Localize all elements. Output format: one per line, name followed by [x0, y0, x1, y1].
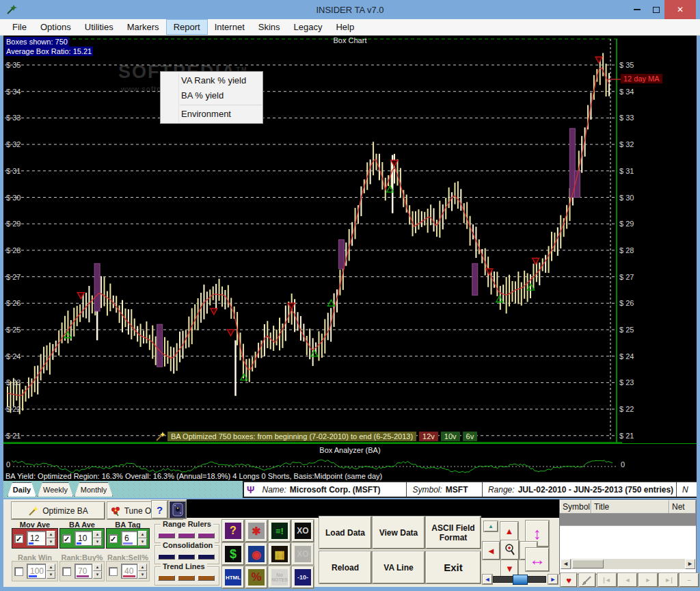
- record-nav-1-icon: ◄: [618, 573, 637, 587]
- box-chart-plot: [3, 36, 697, 443]
- rank-buy-up-icon[interactable]: ▲: [93, 564, 102, 571]
- rank-win-up-icon[interactable]: ▲: [46, 564, 55, 571]
- scroll-thumb[interactable]: [572, 560, 604, 568]
- trend-lines-swatch[interactable]: [178, 575, 195, 581]
- menu-item-va-rank-yield[interactable]: VA Rank % yield: [161, 73, 262, 88]
- optimize-ba-button[interactable]: Optimize BA: [12, 502, 105, 519]
- consolidation-swatch[interactable]: [198, 554, 215, 560]
- mov-ave-up-icon[interactable]: ▲: [46, 531, 55, 538]
- data-columns-icon[interactable]: -10-: [292, 566, 314, 588]
- range-rulers-swatch[interactable]: [158, 533, 175, 538]
- zoom-horizontal-button[interactable]: ↔: [526, 548, 549, 571]
- slider-right-button[interactable]: ►: [548, 575, 558, 584]
- ba-ave-up-icon[interactable]: ▲: [93, 531, 102, 538]
- menu-item-environment[interactable]: Environment: [161, 107, 262, 122]
- ba-tag-group: ✓6▲▼: [106, 528, 150, 549]
- ba-ave-down-icon[interactable]: ▼: [93, 538, 102, 546]
- tools-icon[interactable]: ✱: [245, 520, 267, 542]
- view-data-button[interactable]: View Data: [373, 516, 425, 549]
- help-book-icon[interactable]: ?: [222, 520, 244, 542]
- trend-lines-swatch[interactable]: [158, 575, 175, 581]
- rank-sell-field[interactable]: 40: [121, 564, 137, 579]
- xo-board-icon[interactable]: XO: [292, 520, 314, 542]
- zoom-slider-handle[interactable]: [513, 575, 528, 585]
- chart-calc-icon[interactable]: ▦: [269, 543, 291, 565]
- rank-win-down-icon[interactable]: ▼: [46, 571, 55, 579]
- pan-left-button[interactable]: ◄: [483, 542, 500, 560]
- va-line-button[interactable]: VA Line: [373, 551, 425, 583]
- rank-win-field[interactable]: 100: [27, 564, 46, 579]
- ba-tag-checkbox[interactable]: ✓: [109, 534, 118, 543]
- menu-report[interactable]: Report: [166, 19, 208, 35]
- menu-options[interactable]: Options: [33, 19, 78, 35]
- rank-buy-down-icon[interactable]: ▼: [93, 571, 102, 579]
- night-view-button[interactable]: [169, 501, 186, 518]
- ma-chip-12v: 12v: [419, 432, 438, 441]
- ba-ave-field[interactable]: 10: [75, 531, 92, 546]
- ascii-field-format-button[interactable]: ASCII Field Format: [426, 516, 481, 549]
- load-data-button[interactable]: Load Data: [319, 516, 371, 549]
- menu-internet[interactable]: Internet: [208, 19, 252, 35]
- sweep-broom-button[interactable]: [579, 573, 595, 587]
- ba-tag-down-icon[interactable]: ▼: [138, 538, 147, 546]
- tab-weekly[interactable]: Weekly: [38, 482, 73, 497]
- mov-ave-down-icon[interactable]: ▼: [46, 538, 55, 546]
- rank-sell-checkbox[interactable]: [109, 567, 118, 576]
- rank-buy-field[interactable]: 70: [75, 564, 92, 579]
- zoom-magnifier-button[interactable]: [501, 540, 519, 560]
- notes-report-icon[interactable]: ≡!: [269, 520, 291, 542]
- tab-monthly[interactable]: Monthly: [75, 482, 113, 497]
- table-hscrollbar[interactable]: ◄ ►: [561, 559, 695, 569]
- menu-utilities[interactable]: Utilities: [78, 19, 120, 35]
- maximize-button[interactable]: [647, 0, 666, 19]
- mov-ave-group: ✓12▲▼: [12, 528, 58, 549]
- ba-tag-field[interactable]: 6: [121, 531, 137, 546]
- trend-lines-swatch[interactable]: [198, 575, 215, 581]
- slider-left-button[interactable]: ◄: [483, 575, 492, 584]
- price-tick: $ 26: [619, 298, 647, 308]
- price-tick: $ 35: [6, 60, 33, 70]
- range-rulers-swatch[interactable]: [178, 533, 195, 538]
- minimize-button[interactable]: [628, 0, 647, 19]
- menu-legacy[interactable]: Legacy: [287, 19, 329, 35]
- ba-ave-checkbox[interactable]: ✓: [62, 534, 71, 543]
- pan-up-button[interactable]: ▲: [500, 522, 518, 540]
- favorite-heart-button[interactable]: ♥: [561, 573, 577, 587]
- rank-sell-down-icon[interactable]: ▼: [138, 571, 147, 579]
- menu-skins[interactable]: Skins: [252, 19, 287, 35]
- percent-icon[interactable]: %: [245, 566, 267, 588]
- reload-button[interactable]: Reload: [319, 551, 371, 583]
- menu-help[interactable]: Help: [329, 19, 361, 35]
- range-rulers-swatch[interactable]: [198, 533, 215, 538]
- rank-sell-up-icon[interactable]: ▲: [138, 564, 147, 571]
- close-button[interactable]: ✕: [664, 0, 696, 19]
- exit-button[interactable]: Exit: [426, 551, 481, 583]
- dollar-icon[interactable]: $: [222, 543, 244, 565]
- rank-win-checkbox[interactable]: [14, 567, 23, 576]
- symbol-list-table: SymbolTitleNet ◄ ►: [559, 499, 697, 575]
- html-icon[interactable]: HTML: [222, 566, 244, 588]
- scroll-left-icon[interactable]: ◄: [561, 559, 571, 569]
- mov-ave-checkbox[interactable]: ✓: [14, 534, 23, 543]
- rank-buy-checkbox[interactable]: [62, 567, 71, 576]
- ba-tag-up-icon[interactable]: ▲: [138, 531, 147, 538]
- menu-item-ba-yield[interactable]: BA % yield: [161, 88, 262, 103]
- price-tick: $ 28: [6, 246, 33, 255]
- tab-daily[interactable]: Daily: [8, 482, 36, 497]
- zoom-slider-track[interactable]: [493, 576, 546, 583]
- mov-ave-field[interactable]: 12: [27, 531, 46, 546]
- consolidation-swatch[interactable]: [158, 554, 175, 560]
- rank-buy-group: 70▲▼: [59, 561, 105, 581]
- price-tick: $ 33: [619, 113, 647, 122]
- selected-row[interactable]: [560, 514, 696, 526]
- rank-win-tick: [29, 575, 37, 577]
- consolidation-swatch[interactable]: [178, 554, 195, 560]
- control-panel: Optimize BA Tune Optimizer ? Mov Ave✓12▲…: [3, 498, 697, 587]
- help-button[interactable]: ?: [152, 501, 167, 518]
- menu-markers[interactable]: Markers: [120, 19, 166, 35]
- compass-icon[interactable]: ◉: [245, 543, 267, 565]
- price-tick: $ 33: [6, 113, 33, 122]
- menu-file[interactable]: File: [5, 19, 33, 35]
- collapse-button[interactable]: ▲: [484, 521, 498, 531]
- scroll-right-icon[interactable]: ►: [685, 559, 695, 569]
